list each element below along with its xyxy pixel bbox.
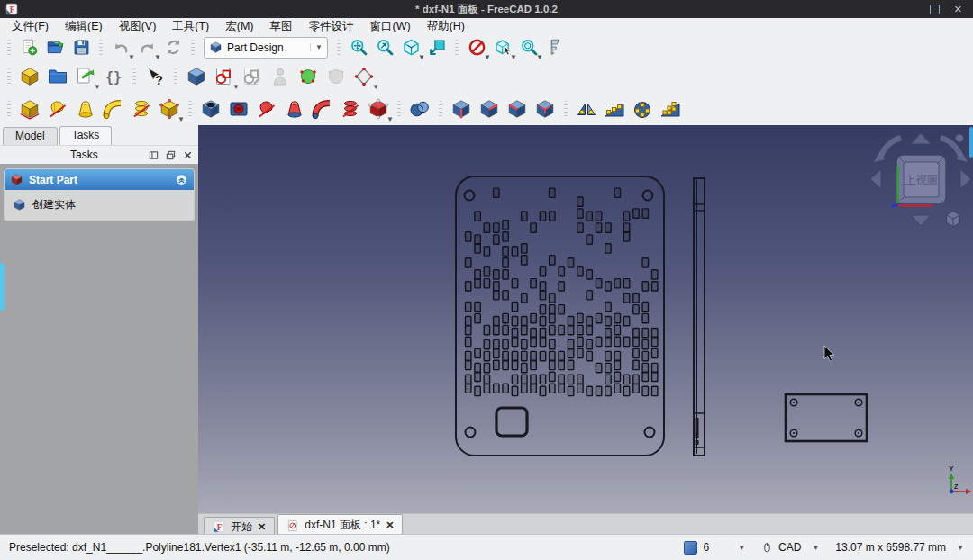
3d-viewport[interactable]: 上視圖 Y X Z	[198, 125, 973, 513]
side-view-drawing[interactable]	[694, 178, 705, 456]
subtractive-primitive-button[interactable]: ▼	[366, 96, 391, 122]
mouse-icon	[761, 541, 773, 555]
whats-this-button[interactable]: ?	[142, 64, 168, 89]
mirrored-button[interactable]	[574, 96, 599, 122]
additive-pipe-button[interactable]	[101, 96, 126, 122]
menu-item-7[interactable]: 零件设计	[301, 18, 362, 35]
multitransform-button[interactable]	[658, 96, 683, 122]
hole-button[interactable]	[226, 96, 251, 122]
nav-style-selector[interactable]: CAD ▼	[761, 541, 819, 555]
polar-pattern-button[interactable]	[630, 96, 655, 122]
tab-close-icon[interactable]: ✕	[258, 521, 266, 533]
view-size-caret-icon[interactable]: ▼	[957, 544, 964, 552]
overlay-handle-left[interactable]	[0, 263, 5, 311]
create-datum-button[interactable]: ▼	[351, 64, 377, 89]
open-file-button[interactable]	[43, 36, 67, 59]
revolution-button[interactable]	[45, 96, 70, 122]
overlay-handle-right[interactable]	[969, 127, 973, 158]
navcube-arrow-right[interactable]	[960, 169, 971, 189]
groove-button[interactable]	[254, 96, 279, 122]
fillet-button[interactable]	[449, 96, 474, 122]
view-size-label: 13.07 m x 6598.77 mm	[835, 541, 946, 554]
collapse-chevron-icon[interactable]	[175, 173, 188, 186]
nav-style-caret-icon[interactable]: ▼	[812, 544, 819, 552]
task-item-create-body[interactable]: 创建实体	[13, 197, 186, 212]
subtractive-pipe-button[interactable]	[310, 96, 335, 122]
mdi-tab-1[interactable]: F开始✕	[204, 517, 275, 536]
close-button[interactable]: ✕	[954, 5, 962, 14]
workbench-selector[interactable]: Part Design▼	[204, 37, 328, 59]
navigation-cube[interactable]: 上視圖	[870, 133, 971, 227]
menu-item-8[interactable]: 窗口(W)	[362, 18, 419, 35]
statusbar: Preselected: dxf_N1______.Polyline181.Ve…	[0, 534, 973, 560]
pocket-button[interactable]	[198, 96, 223, 122]
save-file-button[interactable]	[69, 36, 93, 59]
create-sketch-button[interactable]: ▼	[212, 64, 237, 89]
create-group-button[interactable]	[45, 64, 70, 89]
view-size-indicator[interactable]: 13.07 m x 6598.77 mm ▼	[835, 541, 964, 554]
new-file-button[interactable]	[17, 36, 41, 59]
navcube-mini-cube-icon[interactable]	[947, 212, 960, 227]
dropdown-caret-icon[interactable]: ▼	[386, 115, 394, 123]
navcube-arrow-left[interactable]	[870, 169, 881, 189]
navcube-rotate-left-icon[interactable]	[881, 138, 901, 156]
notification-area[interactable]: 6	[684, 541, 709, 555]
dock-float-button[interactable]	[166, 150, 176, 160]
expression-icon: {}	[103, 66, 124, 87]
dock-close-button[interactable]	[183, 150, 193, 160]
menu-item-5[interactable]: 宏(M)	[217, 18, 261, 35]
dropdown-caret-icon[interactable]: ▼	[372, 83, 379, 91]
dock-tab-model[interactable]: Model	[3, 127, 58, 145]
additive-helix-button[interactable]	[129, 96, 154, 122]
svg-text:?: ?	[155, 73, 163, 87]
box-selection-button[interactable]	[425, 36, 449, 59]
chamfer-button[interactable]	[477, 96, 502, 122]
expression-button[interactable]: {}	[101, 64, 126, 89]
thickness-button[interactable]	[532, 96, 558, 122]
zoom-tools-button[interactable]: ▼	[517, 36, 541, 59]
selection-view-button[interactable]: ▼	[491, 36, 514, 59]
dock-overlay-button[interactable]	[149, 150, 159, 160]
menu-item-4[interactable]: 工具(T)	[164, 18, 217, 35]
maximize-button[interactable]	[930, 5, 940, 14]
menu-item-3[interactable]: 视图(V)	[111, 18, 165, 35]
navcube-dot[interactable]	[956, 134, 964, 142]
draft-button[interactable]	[505, 96, 530, 122]
small-plate-drawing[interactable]	[786, 394, 867, 441]
mdi-tab-2[interactable]: dxf-N1 面板 : 1*✕	[277, 514, 403, 536]
linear-pattern-button[interactable]	[602, 96, 627, 122]
boolean-button[interactable]	[407, 96, 432, 122]
additive-loft-button[interactable]	[73, 96, 98, 122]
fit-all-button[interactable]	[347, 36, 370, 59]
dropdown-caret-icon[interactable]: ▼	[177, 115, 185, 123]
refresh-button[interactable]	[161, 36, 185, 59]
draw-style-button[interactable]: ▼	[465, 36, 488, 59]
menu-item-1[interactable]: 文件(F)	[4, 18, 57, 35]
dropdown-caret-icon[interactable]: ▼	[94, 83, 101, 91]
menu-item-2[interactable]: 编辑(E)	[57, 18, 111, 35]
pad-button[interactable]	[17, 96, 42, 122]
dropdown-caret-icon[interactable]: ▼	[232, 83, 240, 91]
subtractive-loft-button[interactable]	[282, 96, 307, 122]
menu-item-9[interactable]: 帮助(H)	[419, 18, 473, 35]
validate-sketch-button[interactable]	[296, 64, 321, 89]
subtractive-helix-button[interactable]	[338, 96, 363, 122]
menu-item-6[interactable]: 草图	[262, 18, 301, 35]
front-panel-drawing[interactable]	[456, 176, 664, 456]
navcube-arrow-down[interactable]	[911, 215, 931, 226]
navcube-arrow-up[interactable]	[911, 133, 931, 144]
fit-selection-button[interactable]	[373, 36, 396, 59]
create-body-button[interactable]	[184, 64, 209, 89]
dock-tab-tasks[interactable]: Tasks	[59, 126, 113, 145]
measure-button[interactable]	[543, 36, 567, 59]
link-make-button[interactable]: ▼	[73, 64, 98, 89]
additive-primitive-button[interactable]: ▼	[157, 96, 182, 122]
create-part-button[interactable]	[17, 64, 42, 89]
notification-caret-icon[interactable]: ▼	[738, 544, 745, 552]
redo-button[interactable]: ▼	[135, 36, 159, 59]
undo-button[interactable]: ▼	[109, 36, 132, 59]
task-group-header[interactable]: Start Part	[5, 169, 194, 190]
tab-close-icon[interactable]: ✕	[386, 519, 394, 531]
view-cube-button[interactable]: ▼	[399, 36, 423, 59]
save-file-icon	[72, 38, 91, 57]
